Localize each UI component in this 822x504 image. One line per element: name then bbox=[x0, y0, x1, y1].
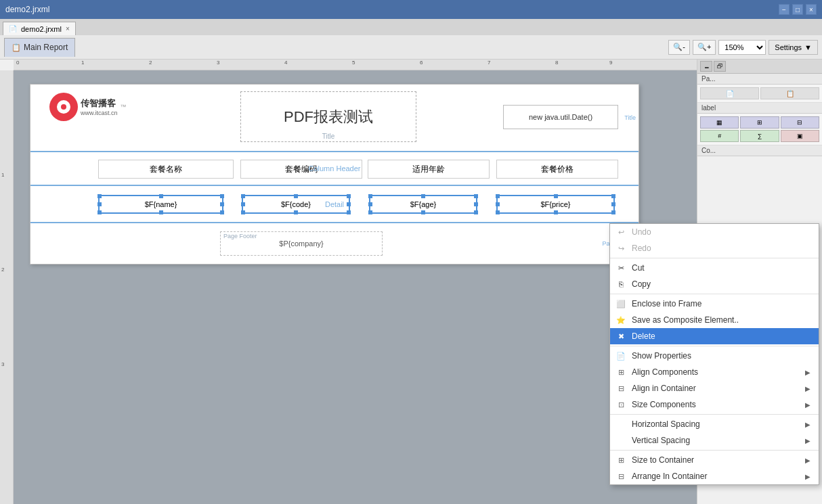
handle-bm bbox=[554, 210, 558, 214]
separator-5 bbox=[610, 450, 819, 451]
ctx-size-container[interactable]: ⊞ Size to Container ▶ bbox=[610, 452, 819, 468]
ctx-undo-label: Undo bbox=[632, 227, 651, 237]
rp-comp-6[interactable]: ▣ bbox=[781, 130, 819, 142]
ctx-align-container-label: Align in Container bbox=[632, 384, 696, 393]
footer-element[interactable]: Page Footer $P{company} bbox=[220, 231, 383, 256]
rp-comp-3[interactable]: ⊟ bbox=[781, 116, 819, 129]
ctx-arrange[interactable]: ⊟ Arrange In Container ▶ bbox=[610, 468, 819, 484]
handle-br bbox=[220, 210, 224, 214]
ctx-undo[interactable]: ↩ Undo bbox=[610, 224, 819, 240]
field-age-text: $F{age} bbox=[410, 200, 437, 208]
col-header-price-label: 套餐价格 bbox=[541, 164, 574, 175]
ctx-cut[interactable]: ✂ Cut bbox=[610, 260, 819, 276]
arrange-arrow: ▶ bbox=[805, 473, 810, 480]
close-button[interactable]: × bbox=[806, 4, 817, 15]
handle-tm bbox=[294, 194, 298, 198]
column-header-section: 套餐名称 套餐编码 适用年龄 套餐价格 Column Header bbox=[30, 152, 639, 186]
file-tab[interactable]: 📄 demo2.jrxml × bbox=[3, 22, 76, 35]
rp-label-co: Co... bbox=[697, 145, 822, 156]
ctx-copy[interactable]: ⎘ Copy bbox=[610, 276, 819, 292]
rp-palette-icon-1[interactable]: 📄 bbox=[700, 87, 759, 99]
main-report-icon: 📋 bbox=[12, 43, 21, 52]
rp-comp-5[interactable]: ∑ bbox=[740, 130, 779, 142]
field-code[interactable]: $F{code} bbox=[242, 195, 350, 214]
field-age[interactable]: $F{age} bbox=[369, 195, 477, 214]
field-name[interactable]: $F{name} bbox=[98, 195, 223, 214]
field-price-text: $F{price} bbox=[540, 200, 570, 208]
ctx-arrange-label: Arrange In Container bbox=[632, 472, 707, 481]
undo-icon: ↩ bbox=[615, 227, 626, 237]
zoom-select[interactable]: 150% 100% 75% 50% 200% bbox=[718, 40, 766, 55]
horizontal-ruler: 0 1 2 3 4 5 6 7 8 9 bbox=[14, 60, 697, 70]
title-section: 传智播客 www.itcast.cn ™ PDF报表测试 Title bbox=[30, 85, 639, 152]
footer-field-text: $P{company} bbox=[279, 239, 323, 248]
minimize-button[interactable]: − bbox=[779, 4, 789, 15]
ctx-redo[interactable]: ↪ Redo bbox=[610, 240, 819, 256]
canvas-container: 0 1 2 3 4 5 6 7 8 9 1 2 3 bbox=[0, 60, 697, 504]
ctx-show-props[interactable]: 📄 Show Properties bbox=[610, 348, 819, 364]
handle-tm bbox=[554, 194, 558, 198]
handle-tr bbox=[347, 194, 351, 198]
handle-tl bbox=[368, 194, 372, 198]
handle-mr bbox=[474, 202, 478, 206]
ctx-enclose[interactable]: ⬜ Enclose into Frame bbox=[610, 296, 819, 312]
title-bar: demo2.jrxml − □ × bbox=[0, 0, 822, 19]
handle-tm bbox=[421, 194, 425, 198]
rp-btn-2[interactable]: 🗗 bbox=[714, 61, 726, 72]
title-element[interactable]: PDF报表测试 Title bbox=[240, 91, 416, 142]
file-tab-close[interactable]: × bbox=[66, 25, 70, 32]
horiz-spacing-arrow: ▶ bbox=[805, 421, 810, 428]
title-placeholder: Title bbox=[322, 133, 335, 140]
handle-tr bbox=[474, 194, 478, 198]
col-header-name-label: 套餐名称 bbox=[150, 164, 182, 175]
ctx-vert-spacing[interactable]: Vertical Spacing ▶ bbox=[610, 432, 819, 449]
logo-cn: 传智播客 bbox=[81, 97, 118, 110]
ctx-align-container[interactable]: ⊟ Align in Container ▶ bbox=[610, 380, 819, 396]
ctx-size-components[interactable]: ⊡ Size Components ▶ bbox=[610, 396, 819, 413]
ctx-horiz-spacing[interactable]: Horizontal Spacing ▶ bbox=[610, 416, 819, 432]
settings-button[interactable]: Settings ▼ bbox=[769, 40, 818, 55]
ctx-save-composite[interactable]: ⭐ Save as Composite Element.. bbox=[610, 312, 819, 328]
rp-icons-grid: 📄 📋 bbox=[697, 85, 822, 103]
handle-mr bbox=[611, 202, 615, 206]
title-text: PDF报表测试 bbox=[284, 107, 373, 127]
col-header-price: 套餐价格 bbox=[496, 160, 618, 179]
handle-ml bbox=[241, 202, 245, 206]
field-price[interactable]: $F{price} bbox=[496, 195, 615, 214]
toolbar: 📋 Main Report 🔍- 🔍+ 150% 100% 75% 50% 20… bbox=[0, 35, 822, 60]
col-header-age: 适用年龄 bbox=[368, 160, 490, 179]
vert-spacing-icon bbox=[615, 435, 626, 446]
ctx-enclose-label: Enclose into Frame bbox=[632, 299, 701, 308]
cut-icon: ✂ bbox=[615, 262, 626, 273]
rp-comp-2[interactable]: ⊞ bbox=[740, 116, 779, 129]
copy-icon: ⎘ bbox=[615, 279, 626, 290]
rp-palette-icon-2[interactable]: 📋 bbox=[760, 87, 819, 99]
canvas-area[interactable]: 传智播客 www.itcast.cn ™ PDF报表测试 Title bbox=[14, 70, 697, 504]
align-container-icon: ⊟ bbox=[615, 383, 626, 394]
logo-text: 传智播客 www.itcast.cn bbox=[81, 97, 118, 116]
settings-label: Settings bbox=[775, 43, 802, 51]
zoom-out-button[interactable]: 🔍- bbox=[668, 40, 690, 55]
logo-area: 传智播客 www.itcast.cn ™ bbox=[49, 93, 127, 121]
col-header-name: 套餐名称 bbox=[98, 160, 234, 179]
enclose-icon: ⬜ bbox=[615, 298, 626, 309]
rp-comp-4[interactable]: # bbox=[700, 130, 739, 142]
maximize-button[interactable]: □ bbox=[792, 4, 803, 15]
title-section-label: Title bbox=[624, 114, 636, 121]
col-header-age-label: 适用年龄 bbox=[412, 164, 445, 175]
rp-btn-1[interactable]: 🗕 bbox=[700, 61, 712, 72]
handle-bl bbox=[368, 210, 372, 214]
ctx-align-components[interactable]: ⊞ Align Components ▶ bbox=[610, 364, 819, 380]
field-price-container: $F{price} bbox=[496, 195, 615, 214]
date-element[interactable]: new java.util.Date() bbox=[503, 105, 618, 129]
rp-comp-1[interactable]: ▦ bbox=[700, 116, 739, 129]
col-header-code-label: 套餐编码 bbox=[285, 164, 318, 175]
ctx-copy-label: Copy bbox=[632, 279, 651, 289]
field-name-container: $F{name} bbox=[98, 195, 223, 214]
zoom-in-button[interactable]: 🔍+ bbox=[693, 40, 716, 55]
size-container-arrow: ▶ bbox=[805, 457, 810, 464]
window-controls: − □ × bbox=[779, 4, 817, 15]
ctx-delete[interactable]: ✖ Delete bbox=[610, 328, 819, 344]
main-report-tab[interactable]: 📋 Main Report bbox=[4, 38, 75, 57]
align-container-arrow: ▶ bbox=[805, 385, 810, 392]
